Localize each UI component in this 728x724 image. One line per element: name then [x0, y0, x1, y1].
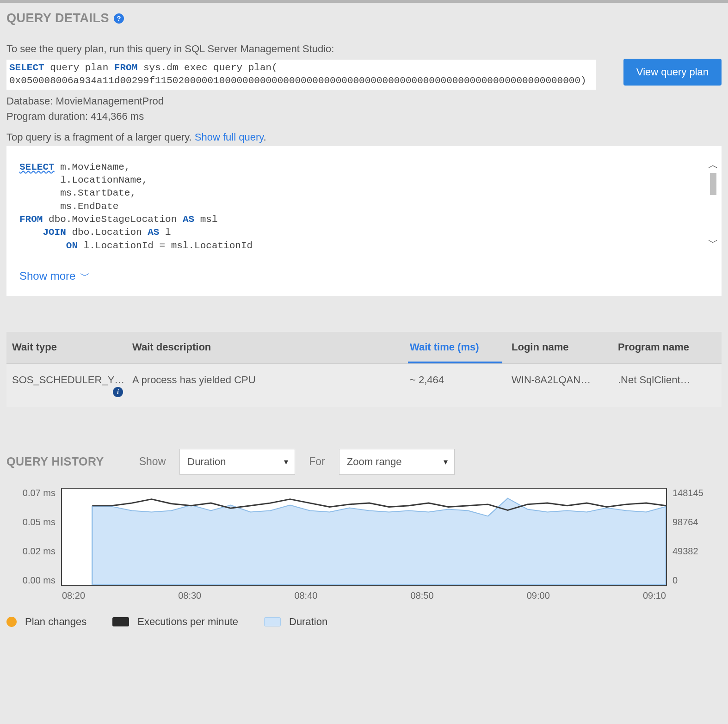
cell-program: .Net SqlClient… — [618, 374, 716, 386]
scroll-down-icon[interactable]: ﹀ — [708, 238, 718, 248]
chevron-down-icon: ﹀ — [80, 269, 90, 283]
for-select[interactable]: Zoom range — [339, 449, 455, 475]
help-icon[interactable]: ? — [114, 13, 124, 24]
show-more-link[interactable]: Show more ﹀ — [19, 269, 90, 283]
scroll-thumb[interactable] — [710, 173, 716, 195]
col-login[interactable]: Login name — [512, 341, 618, 353]
database-label: Database: — [6, 95, 56, 107]
fragment-text: Top query is a fragment of a larger quer… — [6, 131, 195, 143]
show-full-query-link[interactable]: Show full query — [195, 131, 264, 143]
for-label: For — [309, 455, 325, 468]
sql-fragment-box: SELECT m.MovieName, l.LocationName, ms.S… — [6, 146, 722, 296]
duration-label: Program duration: — [6, 110, 91, 122]
intro-text: To see the query plan, run this query in… — [6, 43, 722, 55]
plan-query-code: SELECT query_plan FROM sys.dm_exec_query… — [6, 60, 596, 90]
show-label: Show — [139, 455, 166, 468]
col-program[interactable]: Program name — [618, 341, 716, 353]
cell-login: WIN-8A2LQAN… — [512, 374, 618, 386]
sql-code: SELECT m.MovieName, l.LocationName, ms.S… — [19, 161, 709, 253]
legend-executions: Executions per minute — [137, 616, 238, 628]
table-row[interactable]: SOS_SCHEDULER_Y… i A process has yielded… — [6, 364, 722, 407]
executions-swatch — [112, 617, 129, 626]
cell-wait-desc: A process has yielded CPU — [132, 374, 410, 386]
query-history-title: QUERY HISTORY — [6, 455, 104, 468]
legend-plan-changes: Plan changes — [25, 616, 86, 628]
col-wait-type[interactable]: Wait type — [12, 341, 132, 353]
sql-scrollbar[interactable]: ︿ ﹀ — [708, 160, 719, 248]
y-axis-left: 0.07 ms 0.05 ms 0.02 ms 0.00 ms — [6, 488, 57, 586]
col-wait-desc[interactable]: Wait description — [132, 341, 410, 353]
chart-legend: Plan changes Executions per minute Durat… — [6, 616, 722, 628]
col-wait-time[interactable]: Wait time (ms) — [410, 341, 512, 353]
duration-swatch — [264, 617, 281, 626]
legend-duration: Duration — [289, 616, 327, 628]
database-value: MovieManagementProd — [56, 95, 164, 107]
cell-wait-time: ~ 2,464 — [410, 374, 512, 386]
query-details-title: QUERY DETAILS — [6, 11, 109, 25]
info-icon[interactable]: i — [113, 387, 123, 397]
duration-value: 414,366 ms — [91, 110, 144, 122]
plan-changes-swatch — [6, 617, 17, 627]
x-axis-ticks: 08:20 08:30 08:40 08:50 09:00 09:10 — [57, 590, 671, 601]
history-chart[interactable] — [61, 488, 667, 586]
view-query-plan-button[interactable]: View query plan — [623, 59, 722, 86]
show-select[interactable]: Duration — [179, 449, 295, 475]
cell-wait-type: SOS_SCHEDULER_Y… — [12, 374, 124, 386]
y-axis-right: 148145 98764 49382 0 — [671, 488, 722, 586]
scroll-up-icon[interactable]: ︿ — [708, 160, 718, 170]
wait-table-header: Wait type Wait description Wait time (ms… — [6, 332, 722, 364]
